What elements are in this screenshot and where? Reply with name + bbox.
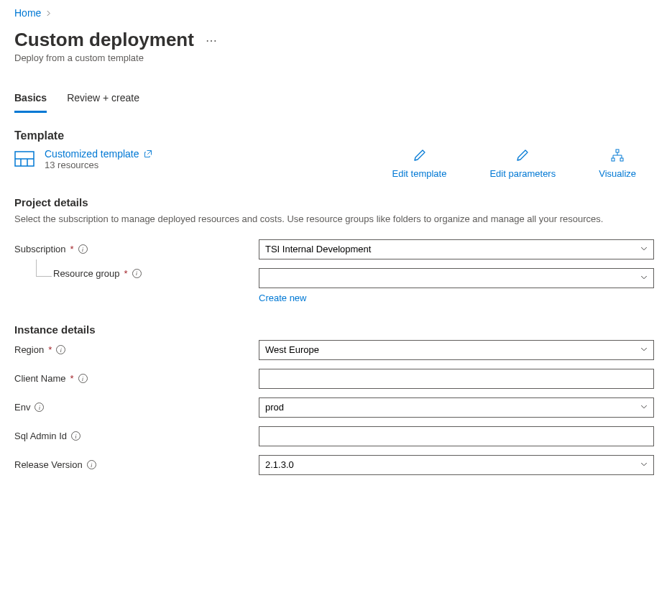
sql-admin-id-input[interactable]: [259, 426, 654, 446]
chevron-right-icon: [45, 7, 52, 19]
info-icon[interactable]: i: [71, 431, 80, 441]
svg-rect-5: [612, 158, 615, 161]
template-resource-count: 13 resources: [45, 160, 152, 170]
sql-admin-id-label: Sql Admin Id: [14, 431, 67, 441]
env-select[interactable]: [259, 397, 654, 418]
tabs: Basics Review + create: [14, 88, 658, 114]
required-marker: *: [124, 268, 128, 279]
instance-details-heading: Instance details: [14, 323, 658, 336]
project-details-desc: Select the subscription to manage deploy…: [14, 213, 632, 226]
client-name-label: Client Name: [14, 373, 66, 384]
customized-template-link[interactable]: Customized template: [45, 148, 152, 160]
create-new-link[interactable]: Create new: [259, 293, 306, 303]
resource-group-select[interactable]: [259, 268, 654, 288]
edit-parameters-button[interactable]: Edit parameters: [489, 148, 556, 179]
template-heading: Template: [14, 129, 658, 142]
info-icon[interactable]: i: [87, 460, 96, 469]
info-icon[interactable]: i: [78, 244, 88, 254]
hierarchy-icon: [610, 148, 625, 162]
info-icon[interactable]: i: [56, 345, 65, 354]
svg-rect-4: [616, 150, 619, 152]
tree-connector: [36, 259, 52, 277]
pencil-icon: [515, 148, 530, 162]
subscription-select[interactable]: [259, 239, 654, 259]
release-version-select[interactable]: [259, 455, 654, 475]
tab-review-create[interactable]: Review + create: [67, 88, 139, 113]
release-version-label: Release Version: [14, 459, 83, 470]
project-details-heading: Project details: [14, 196, 658, 208]
resource-group-label: Resource group: [53, 268, 120, 279]
required-marker: *: [70, 244, 74, 254]
info-icon[interactable]: i: [78, 374, 88, 383]
edit-template-button[interactable]: Edit template: [392, 148, 447, 179]
breadcrumb-home[interactable]: Home: [14, 7, 41, 19]
info-icon[interactable]: i: [34, 403, 44, 412]
visualize-button[interactable]: Visualize: [599, 148, 636, 179]
region-label: Region: [14, 344, 44, 355]
env-label: Env: [14, 402, 30, 413]
info-icon[interactable]: i: [132, 269, 142, 278]
required-marker: *: [70, 373, 74, 384]
page-title: Custom deployment: [14, 29, 194, 51]
client-name-input[interactable]: [259, 369, 654, 389]
tab-basics[interactable]: Basics: [14, 88, 47, 113]
region-select[interactable]: [259, 340, 654, 360]
more-menu-icon[interactable]: ⋯: [206, 34, 217, 47]
svg-rect-6: [620, 158, 623, 161]
pencil-icon: [413, 148, 427, 162]
required-marker: *: [48, 344, 52, 355]
external-link-icon: [144, 150, 152, 158]
subscription-label: Subscription: [14, 244, 66, 254]
page-subtitle: Deploy from a custom template: [14, 52, 658, 63]
template-icon: [14, 150, 34, 170]
